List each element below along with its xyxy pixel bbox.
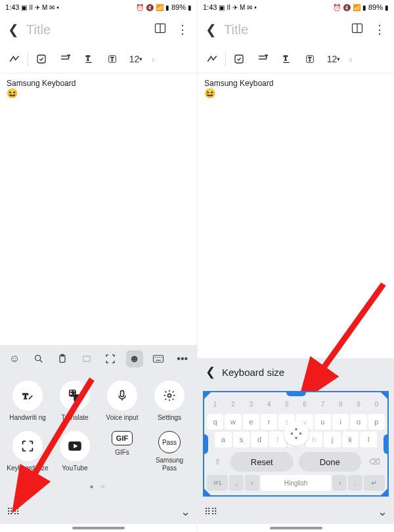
font-size-select[interactable]: 12▾	[323, 49, 344, 70]
status-time: 1:43	[5, 3, 19, 11]
move-handle[interactable]	[284, 421, 309, 446]
shortcut-gifs[interactable]: GIF GIFs	[101, 431, 143, 472]
toolbar-scroll-right[interactable]: ›	[149, 49, 157, 70]
title-field[interactable]: Title	[26, 22, 146, 37]
svg-text:T: T	[68, 54, 70, 58]
text-scan-icon[interactable]	[102, 350, 119, 367]
checkbox-tool[interactable]	[31, 49, 52, 70]
keyboard-toolbar: ☺ ☻ •••	[0, 345, 197, 373]
svg-text:T: T	[284, 55, 288, 62]
phone-right: 1:43 ▣ II ✈ M ✉ • ⏰ 🔇 📶 ▮ 89% ▮ ❮ Title …	[197, 0, 394, 532]
statusbar: 1:43 ▣ II ✈ M ✉ • ⏰ 🔇 📶 ▮ 89% ▮	[198, 0, 394, 14]
text-style-tool[interactable]: T	[252, 49, 273, 70]
keyboard-size-panel: 1 2 3 4 5 6 7 8 9 0 q w e r t y u i o	[198, 386, 394, 499]
shortcut-translate[interactable]: 文 Translate	[54, 380, 96, 422]
font-size-select[interactable]: 12▾	[125, 49, 146, 70]
status-icon: ✉	[49, 4, 55, 11]
navigation-bar	[198, 524, 394, 532]
svg-text:T: T	[110, 56, 114, 62]
signal-icon: ▮	[165, 4, 169, 11]
svg-point-10	[35, 356, 40, 361]
reset-button[interactable]: Reset	[230, 452, 294, 472]
translate-icon: 文	[60, 380, 90, 411]
sticker-icon[interactable]: ☻	[126, 350, 143, 367]
resize-handle-right[interactable]	[383, 434, 389, 454]
backspace-icon: ⌫	[366, 457, 382, 466]
underline-tool[interactable]: T	[276, 49, 297, 70]
collapse-keyboard-icon[interactable]: ⌄	[378, 504, 387, 519]
title-field[interactable]: Title	[224, 22, 343, 37]
key-row-bottom: !#1 , ‹ Hinglish › . ↵	[207, 475, 385, 491]
mute-icon: 🔇	[146, 4, 154, 11]
note-content[interactable]: Samsung Keyboard 😆	[0, 73, 197, 345]
checkbox-tool[interactable]	[229, 49, 250, 70]
shift-icon: ⇧	[209, 457, 225, 466]
space-key: Hinglish	[261, 475, 332, 491]
keyboard-grid-icon[interactable]: ⠿⠿	[7, 506, 20, 517]
shortcut-keyboard-size[interactable]: Keyboard size	[7, 431, 49, 472]
key-row-numbers: 1 2 3 4 5 6 7 8 9 0	[207, 396, 385, 412]
battery-pct: 89%	[171, 3, 186, 11]
keyboard-size-header: ❮ Keyboard size	[198, 358, 394, 386]
pass-icon: Pass	[158, 431, 181, 453]
battery-icon: ▮	[385, 4, 389, 11]
battery-icon: ▮	[188, 4, 192, 11]
done-button[interactable]: Done	[299, 452, 362, 472]
more-icon[interactable]: ⋮	[175, 22, 190, 37]
mic-icon	[107, 380, 137, 411]
shortcut-youtube[interactable]: YouTube	[54, 431, 96, 472]
shortcut-voice-input[interactable]: Voice input	[101, 380, 143, 422]
status-icon: II	[29, 4, 33, 11]
header: ❮ Title ⋮	[0, 14, 197, 45]
keyboard-grid-icon[interactable]: ⠿⠿	[204, 506, 217, 517]
keyboard-footer: ⠿⠿ ⌄	[198, 499, 394, 524]
note-emoji: 😆	[204, 88, 387, 98]
collapse-keyboard-icon[interactable]: ⌄	[181, 504, 190, 519]
keyboard-mode-icon[interactable]	[150, 350, 167, 367]
header: ❮ Title ⋮	[198, 14, 394, 45]
resize-handle-top[interactable]	[286, 391, 306, 396]
svg-text:T: T	[308, 56, 311, 62]
svg-text:T: T	[265, 54, 268, 58]
wifi-icon: 📶	[156, 4, 164, 11]
shortcut-settings[interactable]: Settings	[148, 380, 190, 422]
signal-icon: ▮	[362, 4, 366, 11]
clipboard-icon[interactable]	[54, 350, 71, 367]
battery-pct: 89%	[368, 3, 383, 11]
toolbar-scroll-right[interactable]: ›	[347, 49, 355, 70]
lang-left-icon: ‹	[245, 475, 259, 491]
format-toolbar: T T T 12▾ ›	[198, 45, 394, 73]
draw-tool[interactable]	[4, 49, 25, 70]
alarm-off-icon: ⏰	[333, 4, 341, 11]
emoji-icon[interactable]: ☺	[6, 350, 23, 367]
shortcut-handwriting[interactable]: T Handwriti ng	[7, 380, 49, 422]
action-row: ⇧ Reset Done ⌫	[207, 449, 385, 473]
back-button[interactable]: ❮	[7, 22, 20, 37]
note-content[interactable]: Samsung Keyboard 😆	[198, 73, 394, 358]
status-icon: M	[42, 4, 47, 11]
more-icon[interactable]: •••	[174, 350, 191, 367]
note-line: Samsung Keyboard	[7, 79, 190, 88]
svg-rect-30	[235, 55, 243, 63]
reader-icon[interactable]	[349, 22, 365, 38]
divider	[28, 52, 28, 66]
textcolor-tool[interactable]: T	[299, 49, 320, 70]
search-icon[interactable]	[30, 350, 47, 367]
keyboard-preview[interactable]: 1 2 3 4 5 6 7 8 9 0 q w e r t y u i o	[203, 391, 389, 497]
textcolor-tool[interactable]: T	[102, 49, 123, 70]
shortcut-samsung-pass[interactable]: Pass Samsung Pass	[148, 431, 190, 472]
svg-rect-25	[121, 391, 124, 397]
text-style-tool[interactable]: T	[55, 49, 76, 70]
draw-tool[interactable]	[202, 49, 223, 70]
back-button[interactable]: ❮	[206, 365, 215, 379]
textbox-icon[interactable]	[78, 350, 95, 367]
keyboard-shortcuts-panel: T Handwriti ng 文 Translate Voice input	[0, 373, 197, 499]
more-icon[interactable]: ⋮	[372, 22, 387, 37]
statusbar: 1:43 ▣ II ✈ M ✉ • ⏰ 🔇 📶 ▮ 89% ▮	[0, 0, 197, 14]
svg-text:T: T	[86, 55, 90, 62]
underline-tool[interactable]: T	[78, 49, 99, 70]
reader-icon[interactable]	[152, 22, 168, 38]
back-button[interactable]: ❮	[204, 22, 217, 37]
resize-handle-left[interactable]	[203, 434, 208, 454]
youtube-icon	[60, 431, 90, 461]
